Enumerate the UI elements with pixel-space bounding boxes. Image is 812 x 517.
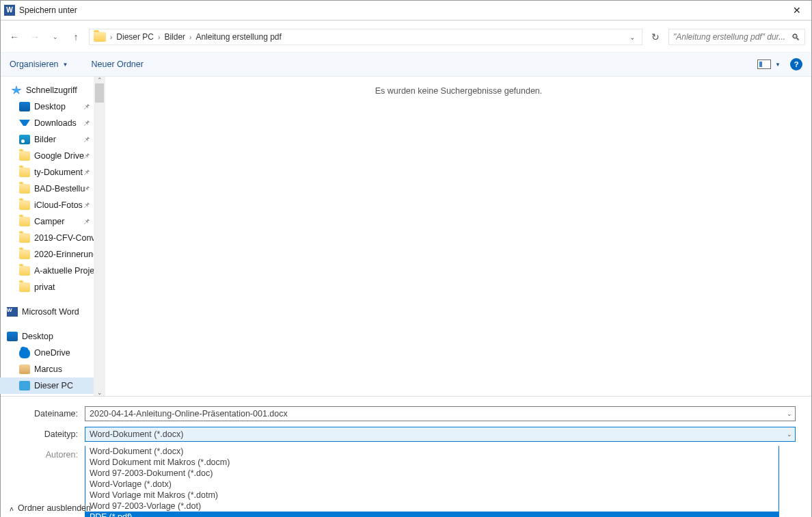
tree-node-label: Bilder — [34, 135, 56, 144]
search-input[interactable]: "Anleitung erstellung pdf" dur... 🔍︎ — [668, 29, 805, 45]
breadcrumb-sep-icon: › — [158, 34, 160, 41]
nav-forward-button[interactable]: → — [27, 29, 42, 44]
help-button[interactable]: ? — [790, 58, 802, 70]
folder-icon — [19, 233, 30, 243]
folder-icon — [94, 32, 106, 42]
dropdown-caret-icon: ▼ — [63, 62, 68, 68]
breadcrumb-bar[interactable]: › Dieser PC › Bilder › Anleitung erstell… — [89, 29, 642, 45]
breadcrumb-dropdown-icon[interactable]: ⌄ — [630, 34, 635, 41]
tree-scrollbar[interactable]: ⌃ ⌄ — [94, 77, 105, 396]
filetype-option[interactable]: PDF (*.pdf) — [85, 512, 779, 517]
search-icon: 🔍︎ — [791, 32, 800, 42]
word-icon: W — [7, 307, 18, 317]
filetype-option[interactable]: Word Vorlage mit Makros (*.dotm) — [85, 490, 779, 501]
tree-node-label: privat — [34, 282, 55, 292]
organize-label: Organisieren — [10, 59, 59, 69]
breadcrumb-segment[interactable]: Anleitung erstellung pdf — [195, 32, 281, 42]
scroll-thumb[interactable] — [95, 83, 104, 103]
pin-icon: 📌︎ — [83, 201, 90, 209]
scroll-down-icon[interactable]: ⌄ — [97, 389, 103, 396]
nav-up-button[interactable]: ↑ — [68, 29, 83, 44]
filetype-option[interactable]: Word 97-2003-Vorlage (*.dot) — [85, 501, 779, 512]
filename-label: Dateiname: — [16, 409, 85, 419]
folder-icon — [19, 184, 30, 194]
dropdown-caret-icon[interactable]: ⌄ — [787, 431, 792, 438]
tree-item-2020-erinnerung[interactable]: 2020-Erinnerung — [0, 246, 105, 263]
tree-node-label: Downloads — [34, 118, 77, 128]
filetype-option[interactable]: Word-Dokument (*.docx) — [85, 446, 779, 457]
folder-icon — [19, 266, 30, 276]
tree-node-label: Desktop — [22, 332, 53, 341]
file-list-area: Es wurden keine Suchergebnisse gefunden. — [105, 77, 812, 396]
tree-item-desktop[interactable]: Desktop📌︎ — [0, 98, 105, 115]
nav-back-button[interactable]: ← — [7, 29, 22, 44]
nav-recent-dropdown[interactable]: ⌄ — [48, 29, 63, 44]
new-folder-button[interactable]: Neuer Ordner — [92, 59, 144, 69]
filename-input[interactable]: 2020-04-14-Anleitung-Online-Präsentation… — [85, 406, 796, 421]
save-form: Dateiname: 2020-04-14-Anleitung-Online-P… — [0, 397, 812, 517]
breadcrumb-sep-icon: › — [189, 34, 191, 41]
search-placeholder: "Anleitung erstellung pdf" dur... — [673, 32, 789, 42]
word-app-icon: W — [4, 5, 15, 16]
filetype-option[interactable]: Word-Vorlage (*.dotx) — [85, 479, 779, 490]
tree-node-label: Camper — [34, 217, 64, 226]
pin-icon: 📌︎ — [83, 135, 90, 144]
filetype-select[interactable]: Word-Dokument (*.docx) ⌄ — [85, 427, 796, 442]
tree-item-google-drive[interactable]: Google Drive📌︎ — [0, 148, 105, 164]
pin-icon: 📌︎ — [83, 217, 90, 226]
tree-node-label: ty-Dokument — [34, 168, 83, 177]
hide-folders-label: Ordner ausblenden — [18, 503, 91, 513]
tree-item-ty-dokument[interactable]: ty-Dokument📌︎ — [0, 164, 105, 181]
tree-node-label: Google Drive — [34, 151, 84, 161]
tree-item-camper[interactable]: Camper📌︎ — [0, 213, 105, 230]
tree-item-2019-cfv-conve[interactable]: 2019-CFV-Conve — [0, 230, 105, 246]
filetype-option[interactable]: Word Dokument mit Makros (*.docm) — [85, 457, 779, 468]
tree-group-desktop[interactable]: Desktop — [0, 328, 105, 345]
layout-icon — [757, 59, 771, 69]
tree-node-label: BAD-Bestellu — [34, 184, 85, 194]
title-bar: W Speichern unter ✕ — [0, 0, 812, 21]
breadcrumb-segment[interactable]: Dieser PC — [116, 32, 154, 42]
tree-group-quickaccess[interactable]: Schnellzugriff — [0, 82, 105, 98]
pin-icon: 📌︎ — [83, 103, 90, 111]
tree-node-label: 2020-Erinnerung — [34, 250, 98, 259]
organize-menu[interactable]: Organisieren ▼ — [10, 59, 68, 69]
breadcrumb-segment[interactable]: Bilder — [164, 32, 185, 42]
down-icon — [19, 120, 30, 129]
empty-results-text: Es wurden keine Suchergebnisse gefunden. — [105, 86, 812, 96]
folder-icon — [19, 168, 30, 177]
refresh-button[interactable]: ↻ — [648, 29, 663, 44]
view-layout-button[interactable]: ▼ — [757, 59, 781, 69]
dropdown-caret-icon[interactable]: ⌄ — [787, 410, 792, 417]
folder-icon — [19, 200, 30, 210]
tree-item-privat[interactable]: privat — [0, 279, 105, 295]
tree-item-downloads[interactable]: Downloads📌︎ — [0, 115, 105, 131]
close-button[interactable]: ✕ — [781, 0, 812, 20]
tree-node-label: Dieser PC — [34, 381, 73, 390]
tree-node-label: Desktop — [34, 102, 66, 111]
desk-icon — [7, 332, 18, 341]
tree-item-bad-bestellu[interactable]: BAD-Bestellu📌︎ — [0, 181, 105, 197]
tree-item-onedrive[interactable]: OneDrive — [0, 345, 105, 361]
tree-group-msword[interactable]: WMicrosoft Word — [0, 304, 105, 320]
desk-icon — [19, 102, 30, 111]
hide-folders-toggle[interactable]: ʌ Ordner ausblenden — [10, 503, 91, 513]
authors-label: Autoren: — [16, 450, 85, 460]
pic-icon — [19, 135, 30, 144]
tree-item-marcus[interactable]: Marcus — [0, 361, 105, 377]
star-icon — [11, 85, 22, 95]
tree-node-label: 2019-CFV-Conve — [34, 233, 100, 243]
scroll-up-icon[interactable]: ⌃ — [97, 77, 103, 83]
tree-node-label: OneDrive — [34, 348, 70, 358]
tree-item-bilder[interactable]: Bilder📌︎ — [0, 131, 105, 148]
tree-item-dieser-pc[interactable]: Dieser PC — [0, 377, 105, 394]
filename-value: 2020-04-14-Anleitung-Online-Präsentation… — [90, 409, 288, 419]
filetype-dropdown-list[interactable]: Word-Dokument (*.docx)Word Dokument mit … — [85, 446, 779, 517]
folder-icon — [19, 250, 30, 259]
filetype-option[interactable]: Word 97-2003-Dokument (*.doc) — [85, 468, 779, 479]
tree-node-label: Schnellzugriff — [26, 85, 77, 95]
tree-item-icloud-fotos[interactable]: iCloud-Fotos📌︎ — [0, 197, 105, 213]
tree-item-a-aktuelle-projek[interactable]: A-aktuelle Projek — [0, 263, 105, 279]
folder-icon — [19, 217, 30, 226]
folder-icon — [19, 282, 30, 292]
